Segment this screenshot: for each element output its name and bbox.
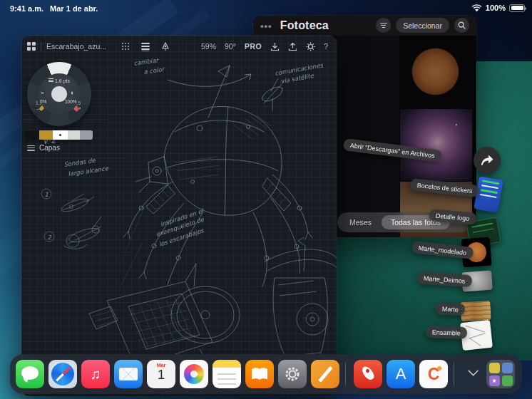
palette-swatch-gold[interactable] bbox=[39, 130, 53, 140]
rover-side-sketch bbox=[264, 237, 337, 370]
dock-app-settings[interactable] bbox=[278, 360, 307, 388]
dock-app-library[interactable]: ★ bbox=[486, 360, 515, 388]
dock-app-messages[interactable] bbox=[16, 360, 44, 388]
svg-text:2: 2 bbox=[48, 234, 52, 241]
ipad-screen: 9:41 a.m. Mar 1 de abr. 100% bbox=[0, 0, 532, 399]
dock: ♫ Mar 1 A C bbox=[10, 354, 522, 394]
palette-swatch-lightgray[interactable] bbox=[68, 130, 80, 140]
dock-app-calendar[interactable]: Mar 1 bbox=[147, 360, 175, 388]
status-bar: 9:41 a.m. Mar 1 de abr. 100% bbox=[0, 0, 532, 17]
zoom-level[interactable]: 59% bbox=[201, 42, 216, 51]
settings-gear-icon[interactable] bbox=[306, 42, 315, 51]
search-icon bbox=[458, 21, 466, 29]
pro-badge[interactable]: PRO bbox=[245, 42, 262, 51]
smoothing-value: 0% bbox=[40, 99, 46, 104]
drag-item-label[interactable]: Ensamble bbox=[426, 326, 468, 339]
wifi-icon bbox=[471, 4, 482, 12]
tab-months[interactable]: Meses bbox=[341, 218, 380, 227]
app-library-tile bbox=[502, 375, 513, 386]
gear-icon bbox=[283, 365, 302, 383]
date: Mar 1 de abr. bbox=[50, 4, 98, 13]
layers-label: Capas bbox=[39, 144, 60, 152]
help-button[interactable]: ? bbox=[324, 42, 328, 51]
filter-button[interactable] bbox=[376, 18, 391, 33]
battery-percent: 100% bbox=[486, 4, 506, 12]
window-controls-button[interactable]: ••• bbox=[260, 21, 272, 31]
calendar-day: 1 bbox=[147, 368, 175, 381]
svg-text:a color: a color bbox=[143, 66, 165, 76]
toolbar-separator bbox=[41, 42, 41, 51]
svg-text:cambiar: cambiar bbox=[133, 56, 160, 67]
import-icon[interactable] bbox=[270, 42, 280, 51]
dock-app-rocket[interactable] bbox=[354, 360, 382, 388]
dock-app-safari[interactable] bbox=[48, 360, 77, 388]
dock-app-concepts[interactable] bbox=[311, 360, 339, 388]
search-button[interactable] bbox=[454, 18, 469, 33]
dock-app-mail[interactable] bbox=[114, 360, 143, 388]
svg-text:1: 1 bbox=[45, 191, 48, 198]
rotation-angle[interactable]: 90° bbox=[225, 42, 236, 51]
photos-title: Fototeca bbox=[280, 19, 329, 32]
dock-app-notes[interactable] bbox=[213, 360, 241, 388]
pen-nib-icon[interactable] bbox=[161, 42, 170, 51]
drag-item-label[interactable]: Marte bbox=[436, 302, 466, 316]
opacity-icon: ◐ bbox=[71, 89, 74, 96]
color-palette bbox=[25, 130, 93, 140]
concepts-window: cambiar a color V·2 comunicaciones vía s… bbox=[21, 36, 337, 396]
dock-app-appstore[interactable]: A bbox=[387, 360, 415, 388]
dock-app-books[interactable] bbox=[245, 360, 274, 388]
opacity-value: 100% bbox=[65, 99, 77, 104]
select-button[interactable]: Seleccionar bbox=[396, 18, 449, 33]
gallery-icon[interactable] bbox=[27, 42, 36, 51]
export-icon[interactable] bbox=[288, 42, 297, 51]
layers-icon[interactable] bbox=[140, 42, 150, 51]
app-library-tile bbox=[502, 363, 513, 373]
clock: 9:41 a.m. bbox=[10, 4, 44, 13]
open-book-icon bbox=[250, 367, 269, 381]
tool-wheel[interactable]: 1,6 ~ 1,3 5,5 ~ ↗ 6,0 1,6 pts ≈ ◐ 0% 100… bbox=[27, 62, 91, 126]
dock-app-music[interactable]: ♫ bbox=[81, 360, 110, 388]
layers-stack-icon bbox=[27, 144, 35, 152]
palette-swatch-gray[interactable] bbox=[80, 130, 93, 140]
dock-divider bbox=[454, 363, 454, 385]
app-library-tile: ★ bbox=[489, 375, 500, 386]
share-arrow-button[interactable] bbox=[474, 147, 501, 174]
battery-icon bbox=[509, 4, 525, 12]
dock-app-c-logo[interactable]: C bbox=[419, 360, 448, 388]
concepts-toolbar: Escarabajo_azu... 59% 90° PRO bbox=[21, 36, 337, 57]
thumbnail-mars-map[interactable] bbox=[460, 301, 491, 321]
snap-grid-icon[interactable] bbox=[121, 42, 130, 51]
smoothing-icon: ≈ bbox=[41, 90, 44, 96]
stroke-width-label: 1,6 pts bbox=[48, 78, 70, 83]
document-title[interactable]: Escarabajo_azu... bbox=[46, 42, 106, 51]
dock-divider bbox=[345, 363, 346, 385]
app-library-tile bbox=[489, 363, 500, 373]
dock-app-photos[interactable] bbox=[180, 360, 208, 388]
palette-swatch-white-selected[interactable] bbox=[53, 130, 68, 140]
palette-swatch-black[interactable] bbox=[25, 130, 39, 140]
layers-panel-button[interactable]: Capas bbox=[27, 144, 60, 152]
photos-header: ••• Fototeca Seleccionar bbox=[253, 16, 476, 36]
dock-collapse-chevron[interactable] bbox=[462, 368, 481, 380]
forward-arrow-icon bbox=[479, 153, 495, 167]
